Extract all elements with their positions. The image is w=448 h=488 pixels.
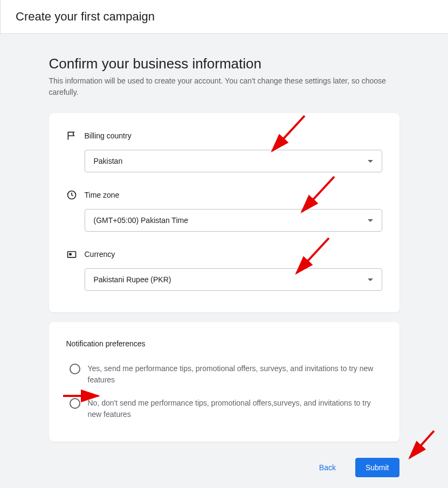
flag-icon <box>66 130 77 141</box>
notification-yes-label: Yes, send me performance tips, promotion… <box>88 363 382 386</box>
submit-button[interactable]: Submit <box>355 458 399 477</box>
chevron-down-icon <box>368 219 373 222</box>
timezone-field: Time zone (GMT+05:00) Pakistan Time <box>66 190 382 232</box>
card-icon <box>66 249 77 260</box>
business-info-card: Billing country Pakistan Time zone (GMT+… <box>49 113 399 312</box>
chevron-down-icon <box>368 278 373 281</box>
currency-value: Pakistani Rupee (PKR) <box>94 275 171 284</box>
currency-field: Currency Pakistani Rupee (PKR) <box>66 249 382 291</box>
notification-no-label: No, don't send me performance tips, prom… <box>88 398 382 420</box>
billing-country-dropdown[interactable]: Pakistan <box>85 150 382 172</box>
billing-country-value: Pakistan <box>94 157 123 165</box>
content-area: Confirm your business information This i… <box>0 34 448 488</box>
svg-rect-1 <box>67 252 75 257</box>
footer-actions: Back Submit <box>49 458 399 477</box>
currency-dropdown[interactable]: Pakistani Rupee (PKR) <box>85 268 382 291</box>
billing-country-field: Billing country Pakistan <box>66 130 382 172</box>
radio-icon <box>70 398 80 409</box>
chevron-down-icon <box>368 160 373 163</box>
back-button[interactable]: Back <box>313 459 342 476</box>
header-title: Create your first campaign <box>16 10 433 24</box>
timezone-value: (GMT+05:00) Pakistan Time <box>94 216 188 225</box>
page-description: This information will be used to create … <box>49 75 399 98</box>
notification-no-option[interactable]: No, don't send me performance tips, prom… <box>66 398 382 420</box>
page-header: Create your first campaign <box>0 0 448 34</box>
timezone-label: Time zone <box>85 191 120 199</box>
timezone-dropdown[interactable]: (GMT+05:00) Pakistan Time <box>85 209 382 232</box>
clock-icon <box>66 190 77 200</box>
notification-title: Notification preferences <box>66 339 382 348</box>
notification-preferences-card: Notification preferences Yes, send me pe… <box>49 322 399 442</box>
svg-point-2 <box>69 253 71 255</box>
notification-yes-option[interactable]: Yes, send me performance tips, promotion… <box>66 363 382 386</box>
billing-country-label: Billing country <box>85 131 132 140</box>
currency-label: Currency <box>85 250 115 259</box>
page-title: Confirm your business information <box>49 55 399 72</box>
radio-icon <box>70 364 80 374</box>
